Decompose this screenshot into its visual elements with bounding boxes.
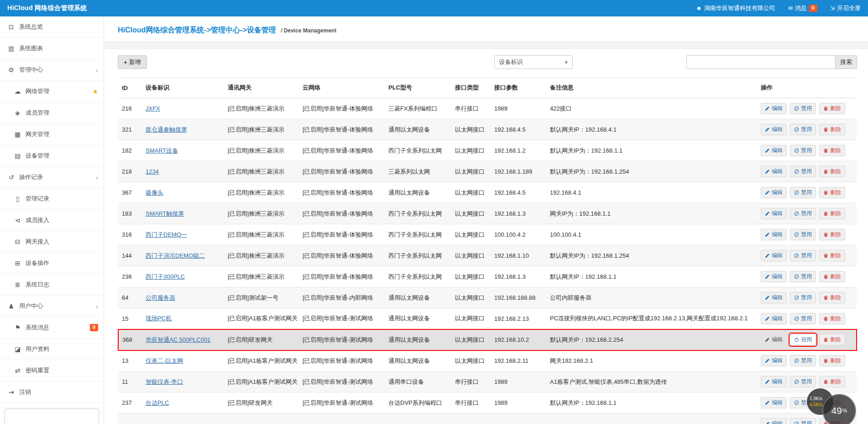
edit-button[interactable]: 编辑: [761, 271, 787, 282]
table-row[interactable]: 216 JXFX [已启用]株洲三菱演示 [已启用]华辰智通-体验网络 三菱FX…: [118, 98, 857, 119]
delete-button[interactable]: 删除: [819, 124, 845, 135]
delete-button[interactable]: 删除: [819, 208, 845, 219]
sidebar-item-device-operation[interactable]: ⊞ 设备操作: [0, 253, 104, 274]
edit-button[interactable]: 编辑: [761, 292, 787, 303]
edit-button[interactable]: 编辑: [761, 208, 787, 219]
edit-button[interactable]: 编辑: [761, 418, 787, 424]
float-speed-widget[interactable]: 1.9K/s 4.5K/s 49%: [822, 394, 856, 424]
delete-button[interactable]: 删除: [819, 376, 845, 387]
sidebar-item-member-access[interactable]: ⊲ 成员接入: [0, 210, 104, 231]
table-row[interactable]: 218 1234 [已启用]株洲三菱演示 [已启用]华辰智通-体验网络 三菱系列…: [118, 161, 857, 182]
delete-button[interactable]: 删除: [819, 355, 845, 366]
device-link[interactable]: SMART设备: [146, 147, 178, 154]
sidebar-item-system-charts[interactable]: ▥ 系统图表: [0, 38, 104, 59]
fullscreen-toggle[interactable]: ⇲ 开启全屏: [830, 4, 861, 12]
disable-button[interactable]: 禁用: [790, 250, 816, 261]
disable-button[interactable]: 禁用: [790, 292, 816, 303]
delete-button[interactable]: 删除: [819, 229, 845, 240]
edit-button[interactable]: 编辑: [761, 250, 787, 261]
edit-button[interactable]: 编辑: [761, 334, 787, 345]
table-row[interactable]: 183 SMART触摸屏 [已启用]株洲三菱演示 [已启用]华辰智通-体验网络 …: [118, 203, 857, 224]
table-row[interactable]: 182 SMART设备 [已启用]株洲三菱演示 [已启用]华辰智通-体验网络 西…: [118, 140, 857, 161]
device-link[interactable]: JXFX: [146, 105, 160, 112]
device-link[interactable]: 华辰智通AC 500PLC001: [146, 336, 210, 343]
sidebar-item-management-center[interactable]: ⚙ 管理中心 ›: [0, 59, 104, 81]
table-row[interactable]: 编辑 禁用 删除: [118, 413, 857, 424]
sidebar-item-system-messages[interactable]: ⚑ 系统消息 0: [0, 317, 104, 339]
sidebar-item-device-management[interactable]: ▤ 设备管理: [0, 145, 104, 167]
table-row[interactable]: 236 西门子300PLC [已启用]株洲三菱演示 [已启用]华辰智通-体验网络…: [118, 266, 857, 287]
delete-button[interactable]: 删除: [819, 103, 845, 114]
edit-button[interactable]: 编辑: [761, 145, 787, 156]
delete-button[interactable]: 删除: [819, 250, 845, 261]
enable-button[interactable]: 启用: [790, 334, 816, 345]
add-device-button[interactable]: + 新增: [118, 55, 147, 69]
sidebar-item-password-reset[interactable]: ⇄ 密码重置: [0, 360, 104, 382]
device-link[interactable]: 1234: [146, 168, 159, 175]
device-link[interactable]: 现场PC机: [146, 315, 172, 322]
disable-button[interactable]: 禁用: [790, 313, 816, 324]
delete-button[interactable]: 删除: [819, 166, 845, 177]
disable-button[interactable]: 禁用: [790, 355, 816, 366]
delete-button[interactable]: 删除: [819, 187, 845, 198]
device-link[interactable]: 公司服务器: [146, 294, 175, 301]
edit-button[interactable]: 编辑: [761, 124, 787, 135]
edit-button[interactable]: 编辑: [761, 187, 787, 198]
table-row[interactable]: 321 昆仑通泰触摸屏 [已启用]株洲三菱演示 [已启用]华辰智通-体验网络 通…: [118, 119, 857, 140]
edit-button[interactable]: 编辑: [761, 313, 787, 324]
table-row[interactable]: 237 台达PLC [已启用]研发网关 [已启用]华辰智通-测试网络 台达DVP…: [118, 392, 857, 413]
sidebar-item-user-profile[interactable]: ◪ 用户资料: [0, 339, 104, 360]
sidebar-item-gateway-management[interactable]: ▦ 网关管理: [0, 124, 104, 145]
table-row[interactable]: 144 西门子演示DEMO箱二 [已启用]株洲三菱演示 [已启用]华辰智通-体验…: [118, 245, 857, 266]
delete-button[interactable]: 删除: [819, 292, 845, 303]
sidebar-item-system-overview[interactable]: ⊡ 系统总览: [0, 16, 104, 38]
percent-bubble[interactable]: 49%: [822, 394, 856, 424]
disable-button[interactable]: 禁用: [790, 271, 816, 282]
search-button[interactable]: 搜索: [835, 55, 857, 69]
edit-button[interactable]: 编辑: [761, 166, 787, 177]
device-link[interactable]: 昆仑通泰触摸屏: [146, 126, 187, 133]
disable-button[interactable]: 禁用: [790, 145, 816, 156]
edit-button[interactable]: 编辑: [761, 355, 787, 366]
sidebar-item-member-management[interactable]: ◈ 成员管理: [0, 102, 104, 124]
sidebar-item-system-logs[interactable]: ≣ 系统日志: [0, 274, 104, 296]
table-row[interactable]: 13 仪表二-以太网 [已启用]A1栋客户测试网关 [已启用]华辰智通-测试网络…: [118, 350, 857, 371]
table-row[interactable]: 11 智能仪表-串口 [已启用]A1栋客户测试网关 [已启用]华辰智通-测试网络…: [118, 371, 857, 392]
edit-button[interactable]: 编辑: [761, 229, 787, 240]
delete-button[interactable]: 删除: [819, 145, 845, 156]
edit-button[interactable]: 编辑: [761, 397, 787, 408]
disable-button[interactable]: 禁用: [790, 166, 816, 177]
company-menu[interactable]: ☻ 湖南华辰智通科技有限公司: [696, 4, 775, 12]
disable-button[interactable]: 禁用: [790, 208, 816, 219]
device-link[interactable]: 西门子300PLC: [146, 273, 185, 280]
disable-button[interactable]: 禁用: [790, 229, 816, 240]
table-row[interactable]: 64 公司服务器 [已启用]测试架一号 [已启用]华辰智通-内部网络 通用以太网…: [118, 287, 857, 308]
device-link[interactable]: 西门子DEMO一: [146, 231, 187, 238]
delete-button[interactable]: 删除: [819, 313, 845, 324]
sidebar-item-operation-records[interactable]: ↺ 操作记录 ›: [0, 167, 104, 188]
search-input[interactable]: [686, 55, 835, 69]
delete-button[interactable]: 删除: [819, 271, 845, 282]
edit-button[interactable]: 编辑: [761, 103, 787, 114]
table-row[interactable]: 367 摄像头 [已启用]株洲三菱演示 [已启用]华辰智通-体验网络 通用以太网…: [118, 182, 857, 203]
filter-select[interactable]: 设备标识 ▾: [494, 55, 573, 69]
disable-button[interactable]: 禁用: [790, 103, 816, 114]
sidebar-item-management-records[interactable]: ▯ 管理记录: [0, 188, 104, 210]
edit-button[interactable]: 编辑: [761, 376, 787, 387]
disable-button[interactable]: 禁用: [790, 124, 816, 135]
device-link[interactable]: 台达PLC: [146, 399, 169, 406]
device-link[interactable]: 仪表二-以太网: [146, 357, 183, 364]
table-row[interactable]: 15 现场PC机 [已启用]A1栋客户测试网关 [已启用]华辰智通-测试网络 通…: [118, 308, 857, 329]
delete-button[interactable]: 删除: [819, 334, 845, 345]
device-link[interactable]: 智能仪表-串口: [146, 378, 183, 385]
table-row[interactable]: 368 华辰智通AC 500PLC001 [已启用]研发网关 [已启用]华辰智通…: [118, 329, 857, 350]
sidebar-item-network-management[interactable]: ☁ 网络管理 ★: [0, 81, 104, 102]
device-link[interactable]: SMART触摸屏: [146, 210, 184, 217]
sidebar-item-user-center[interactable]: ♟ 用户中心 ›: [0, 296, 104, 317]
table-row[interactable]: 316 西门子DEMO一 [已启用]株洲三菱演示 [已启用]华辰智通-体验网络 …: [118, 224, 857, 245]
disable-button[interactable]: 禁用: [790, 376, 816, 387]
disable-button[interactable]: 禁用: [790, 187, 816, 198]
device-link[interactable]: 摄像头: [146, 189, 163, 196]
disable-button[interactable]: 禁用: [790, 418, 816, 424]
sidebar-item-gateway-access[interactable]: ⊟ 网关接入: [0, 231, 104, 253]
